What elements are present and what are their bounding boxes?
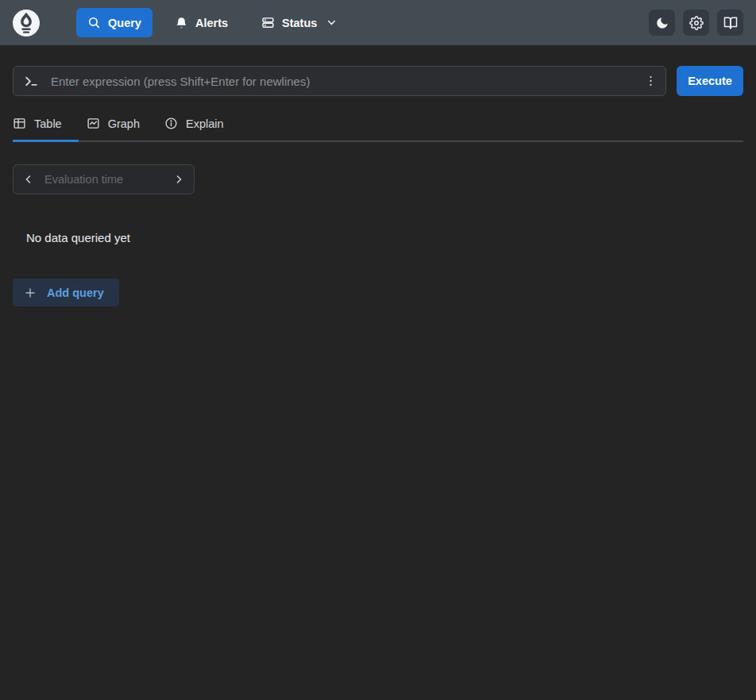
navbar: Query Alerts Status	[0, 0, 756, 45]
expression-input[interactable]	[49, 74, 640, 89]
info-icon	[164, 117, 178, 130]
evaluation-time-next-button[interactable]	[168, 168, 190, 190]
execute-button[interactable]: Execute	[677, 66, 743, 96]
tab-graph-label: Graph	[108, 117, 140, 130]
table-icon	[13, 117, 26, 130]
server-icon	[261, 16, 275, 29]
bell-icon	[175, 16, 188, 29]
search-icon	[87, 16, 101, 29]
add-query-button[interactable]: Add query	[13, 279, 119, 306]
evaluation-time-input[interactable]	[43, 172, 164, 187]
terminal-prompt-icon	[24, 74, 39, 89]
nav-status-label: Status	[282, 17, 317, 29]
query-editor-row: Execute	[13, 66, 743, 96]
tab-table[interactable]: Table	[13, 113, 79, 140]
nav-alerts[interactable]: Alerts	[164, 8, 239, 37]
nav-alerts-label: Alerts	[195, 17, 228, 29]
kebab-icon	[644, 73, 658, 89]
expression-input-wrap[interactable]	[13, 66, 666, 96]
settings-button[interactable]	[683, 10, 709, 36]
tab-table-label: Table	[34, 117, 62, 130]
graph-icon	[87, 117, 100, 130]
theme-toggle-button[interactable]	[649, 10, 675, 36]
chevron-left-icon	[23, 174, 34, 185]
book-icon	[723, 16, 738, 30]
nav-query[interactable]: Query	[76, 8, 152, 37]
main-content: Execute Table Graph	[0, 66, 756, 306]
navbar-actions	[649, 10, 743, 36]
tab-graph[interactable]: Graph	[87, 113, 156, 140]
main-nav: Query Alerts Status	[76, 8, 348, 37]
chevron-right-icon	[173, 174, 184, 185]
query-options-button[interactable]	[640, 69, 661, 93]
chevron-down-icon	[326, 17, 337, 28]
prometheus-logo-icon[interactable]	[13, 10, 40, 37]
nav-query-label: Query	[108, 17, 141, 29]
result-tabs: Table Graph Explain	[13, 113, 743, 142]
documentation-button[interactable]	[717, 10, 743, 36]
tab-explain[interactable]: Explain	[164, 113, 241, 140]
moon-icon	[655, 16, 669, 30]
plus-icon	[24, 287, 37, 299]
table-panel: No data queried yet Add query	[13, 164, 743, 306]
evaluation-time-prev-button[interactable]	[17, 168, 40, 190]
gear-icon	[689, 16, 704, 30]
empty-state-message: No data queried yet	[26, 231, 743, 244]
nav-status[interactable]: Status	[250, 8, 348, 37]
tab-explain-label: Explain	[186, 117, 224, 130]
evaluation-time-picker[interactable]	[13, 164, 195, 194]
add-query-label: Add query	[47, 287, 104, 299]
